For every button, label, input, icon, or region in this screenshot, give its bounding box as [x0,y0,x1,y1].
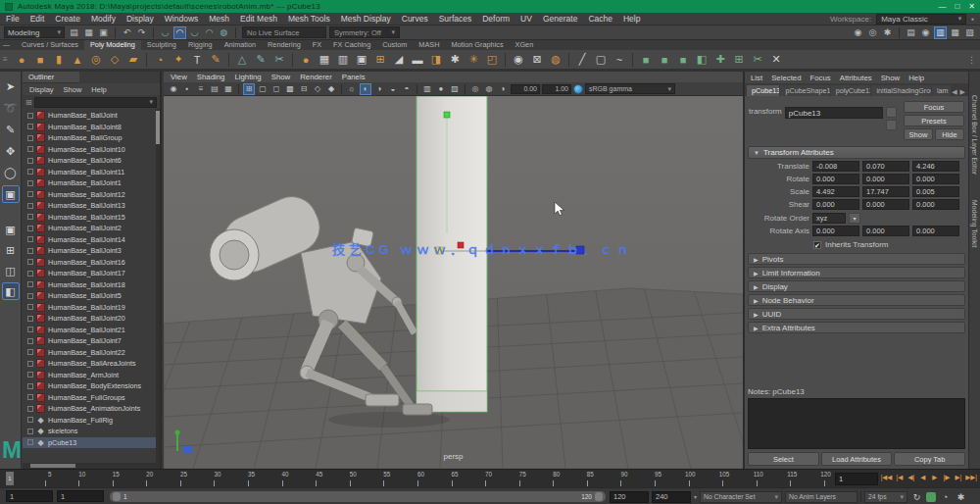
gamma-field[interactable]: 1.00 [542,84,571,94]
grid-green-icon[interactable]: ⊞ [731,52,747,68]
ipr-render-icon[interactable]: ◎ [866,26,879,39]
resolution-gate-icon[interactable]: ◻ [270,83,282,95]
visibility-box[interactable] [27,428,33,434]
collapsed-section[interactable]: ▶ Display [748,280,965,292]
outliner-item[interactable]: HumanBase_BallJoint7 [23,335,160,347]
playback-speed-dropdown[interactable]: 24 fps ▾ [864,491,907,503]
attribute-value-y[interactable]: 0.000 [862,199,909,210]
transform-attributes-section[interactable]: ▼ Transform Attributes [748,146,965,159]
visibility-box[interactable] [27,361,33,367]
visibility-box[interactable] [27,191,33,197]
outliner-item[interactable]: HumanBase_FullRig [23,415,160,427]
play-forward-button[interactable]: ▶ [929,473,940,482]
bevel-green-icon[interactable]: ■ [638,52,654,68]
lasso-tool[interactable]: ➰ [2,99,20,117]
attribute-value-z[interactable]: 0.000 [912,174,959,184]
current-frame-field[interactable]: 1 [835,473,878,485]
outliner-item[interactable]: HumanBase_BallAreaJoints [23,358,160,370]
snap-point-icon[interactable]: ◡ [188,26,201,39]
outliner-menu-item[interactable]: Help [91,85,106,94]
outliner-item[interactable]: HumanBase_BallJoint10 [23,144,160,156]
visibility-box[interactable] [27,248,33,254]
sep[interactable] [153,27,154,38]
footer-button[interactable]: Copy Tab [894,452,965,466]
attribute-value-z[interactable]: 0.000 [912,199,959,210]
menu-item[interactable]: Surfaces [439,14,472,24]
layout-outliner-persp[interactable]: ◧ [2,282,20,300]
shelf-tab[interactable]: Curves / Surfaces [16,40,84,50]
pin-node-icon[interactable] [886,107,897,118]
shelf-tab[interactable]: FX Caching [327,40,376,50]
prefs-icon[interactable]: ✱ [955,490,967,503]
symmetry-dropdown[interactable]: Symmetry: Off ▾ [329,26,400,38]
rotate-axis-z[interactable]: 0.000 [912,226,959,236]
scale-tool[interactable]: ▣ [2,185,20,203]
outliner-item[interactable]: HumanBase_BallJoint20 [23,313,160,325]
menu-item[interactable]: Windows [165,14,198,24]
collapsed-section[interactable]: ▶ Pivots [748,253,965,265]
play-backwards-button[interactable]: ◀ [917,473,928,482]
textured-icon[interactable]: ▨ [449,83,461,95]
attribute-editor-menu-item[interactable]: Focus [809,74,830,82]
shelf-overflow-icon[interactable]: ⋮ [967,55,976,65]
breakdown-icon[interactable] [886,120,897,130]
sep[interactable] [465,84,466,94]
chevron-down-icon[interactable]: ▾ [849,213,860,224]
grid-icon[interactable]: ⊞ [243,83,255,95]
svg-tool-icon[interactable]: ✎ [208,52,223,68]
step-forward-key-button[interactable]: |▶ [941,473,952,482]
shelf-tab[interactable]: Rendering [262,40,307,50]
outliner-menu-item[interactable]: Show [64,85,82,94]
viewport-menu-item[interactable]: Lighting [234,73,261,81]
move-tool[interactable]: ✥ [2,142,20,160]
menu-item[interactable]: UV [520,14,532,24]
render-view-icon[interactable]: ◉ [852,26,864,39]
camera-attributes-icon[interactable]: ≡ [195,83,207,95]
make-live-icon[interactable]: ◍ [218,26,230,39]
go-to-start-button[interactable]: |◀◀ [880,473,894,482]
outliner-item[interactable]: HumanBase_BallJoint13 [23,200,160,212]
menu-item[interactable]: Edit [30,14,45,24]
lock-icon[interactable]: ▪ [971,15,974,24]
sep[interactable] [632,53,633,67]
menu-item[interactable]: Display [126,14,154,24]
sphere-project-icon[interactable]: ◔ [152,52,168,68]
platonic-solid-icon[interactable]: ✦ [171,52,186,68]
rotate-tool[interactable]: ◯ [2,164,20,181]
shelf-collapse-icon[interactable]: — [3,41,10,48]
playback-options-icon[interactable]: ▾ [694,493,697,500]
attribute-editor-menu-item[interactable]: Selected [771,74,801,82]
outliner-item[interactable]: HumanBase_BallJoint14 [23,234,160,246]
rotate-axis-y[interactable]: 0.000 [862,226,909,236]
save-scene-icon[interactable]: ▣ [97,26,110,39]
anim-end-field[interactable]: 240 [652,491,691,503]
footer-button[interactable]: Load Attributes [821,452,893,466]
time-slider[interactable]: 1 5 10 15 20 25 [0,469,980,487]
outliner-item[interactable]: HumanBase_BallJoint3 [23,245,160,257]
outliner-item[interactable]: HumanBase_BodyExtensions [23,380,160,392]
attribute-editor-menu-item[interactable]: Help [908,74,924,82]
tabs-prev-icon[interactable]: ◀ [952,88,956,96]
workspace-dropdown[interactable]: Maya Classic ▾ [876,14,966,25]
snap-curve-icon[interactable]: ◠ [173,26,186,39]
cut-green-icon[interactable]: ✂ [750,52,765,68]
sep[interactable] [292,53,293,67]
menu-item[interactable]: Edit Mesh [240,14,277,24]
playback-end-field[interactable]: 120 [610,491,649,503]
curve-snap-icon[interactable]: ~ [612,52,627,68]
viewport-menu-item[interactable]: Panels [342,73,366,81]
auto-key-icon[interactable] [926,492,936,502]
visibility-box[interactable] [27,146,33,152]
visibility-box[interactable] [27,439,33,445]
tool-settings-toggle[interactable]: ▦ [949,26,961,39]
poly-plane-icon[interactable]: ◇ [107,52,122,68]
paint-select-tool[interactable]: ✎ [2,121,20,138]
combine-icon[interactable]: ▦ [317,52,332,68]
attribute-value-y[interactable]: 0.070 [862,161,909,172]
outliner-item[interactable]: HumanBase_BallJoint11 [23,167,160,178]
render-settings-icon[interactable]: ✱ [881,26,894,39]
lock-camera-icon[interactable]: ▪ [181,83,193,95]
node-tab[interactable]: lam [932,85,951,96]
fill-hole-green-icon[interactable]: ■ [675,52,691,68]
sep[interactable] [416,84,417,94]
